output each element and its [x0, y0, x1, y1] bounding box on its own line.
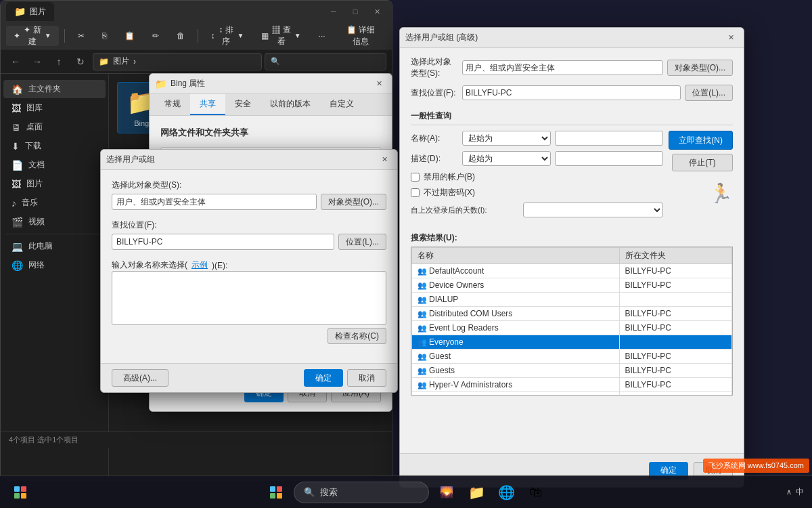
select-user-dialog: 选择用户或组 ✕ 选择此对象类型(S): 对象类型(O)... 查找位置(F):… [100, 149, 398, 393]
new-button[interactable]: ✦ ✦ 新建 ▼ [6, 26, 59, 46]
sidebar-item-videos[interactable]: 🎬 视频 [3, 213, 106, 231]
table-row[interactable]: 👥GuestBILLYFU-PC [412, 350, 732, 364]
select-user-title: 选择用户或组 [106, 154, 155, 165]
adv-desc-input[interactable] [555, 151, 663, 166]
address-path[interactable]: 📁 图片 › [93, 53, 262, 70]
videos-icon: 🎬 [12, 217, 23, 228]
cut-button[interactable]: ✂ [70, 26, 92, 46]
taskbar-search-icon: 🔍 [304, 487, 315, 497]
tab-previous[interactable]: 以前的版本 [261, 94, 320, 115]
close-button[interactable]: ✕ [367, 5, 386, 18]
check-name-button[interactable]: 检查名称(C) [328, 328, 386, 344]
taskbar-search[interactable]: 🔍 搜索 [294, 482, 429, 503]
table-row[interactable]: 👥DIALUP [412, 293, 732, 307]
location-button[interactable]: 位置(L)... [338, 234, 386, 250]
adv-location-input[interactable] [462, 85, 681, 100]
taskbar-start[interactable] [264, 480, 288, 505]
table-row[interactable]: 👥Everyone [412, 335, 732, 350]
sort-button[interactable]: ↕ ↕ 排序 ▼ [203, 26, 251, 46]
path-text: 图片 [113, 56, 129, 67]
result-name-cell: 👥Hyper-V Administrators [412, 378, 620, 392]
more-button[interactable]: ··· [311, 26, 333, 46]
example-link[interactable]: 示例 [191, 259, 208, 271]
find-now-button[interactable]: 立即查找(N) [669, 131, 733, 150]
rename-button[interactable]: ✏ [145, 26, 166, 46]
details-button[interactable]: 📋 详细信息 [336, 26, 386, 46]
sidebar-item-network-label: 网络 [28, 259, 45, 271]
tab-sharing[interactable]: 共享 [190, 94, 225, 115]
paste-button[interactable]: 📋 [117, 26, 142, 46]
adv-object-type-input[interactable] [462, 60, 663, 75]
bing-dialog-titlebar: 📁 Bing 属性 ✕ [150, 74, 392, 94]
advanced-button[interactable]: 高级(A)... [112, 369, 168, 387]
table-row[interactable]: 👥IIS_IUSRSBILLYFU-PC [412, 392, 732, 396]
sidebar-item-gallery[interactable]: 🖼 图库 [3, 99, 106, 117]
taskbar-explorer[interactable]: 📁 [464, 480, 489, 505]
adv-days-label: 自上次登录后的天数(I): [411, 205, 519, 215]
explorer-tab[interactable]: 📁 图片 [6, 2, 54, 21]
taskbar-edge[interactable]: 🌐 [494, 480, 518, 505]
address-search[interactable]: 🔍 [265, 53, 386, 70]
bing-dialog-close[interactable]: ✕ [371, 77, 386, 91]
adv-query-fields: 名称(A): 起始为 描述(D): 起始为 [411, 131, 663, 223]
taskbar-search-text: 搜索 [320, 486, 338, 499]
refresh-button[interactable]: ↻ [71, 52, 90, 71]
table-row[interactable]: 👥Hyper-V AdministratorsBILLYFU-PC [412, 378, 732, 392]
adv-name-input[interactable] [555, 131, 663, 146]
new-icon: ✦ [14, 31, 20, 41]
result-name-cell: 👥Distributed COM Users [412, 307, 620, 321]
result-name-cell: 👥IIS_IUSRS [412, 392, 620, 396]
adv-desc-filter[interactable]: 起始为 [462, 151, 551, 166]
object-type-input[interactable] [112, 194, 317, 210]
table-row[interactable]: 👥GuestsBILLYFU-PC [412, 364, 732, 378]
location-input[interactable] [112, 234, 334, 250]
adv-name-filter[interactable]: 起始为 [462, 131, 551, 146]
sidebar-item-pictures[interactable]: 🖼 图片 [3, 175, 106, 193]
maximize-button[interactable]: □ [346, 5, 365, 18]
taskbar-task-view[interactable]: 🌄 [434, 480, 459, 505]
stop-button[interactable]: 停止(T) [672, 154, 733, 171]
sidebar-item-home-label: 主文件夹 [28, 83, 61, 95]
no-expire-label: 不过期密码(X) [424, 187, 475, 198]
adv-location-button[interactable]: 位置(L)... [685, 85, 733, 101]
sidebar-item-downloads[interactable]: ⬇ 下载 [3, 137, 106, 155]
object-name-textarea[interactable] [112, 271, 386, 325]
adv-days-select[interactable] [523, 203, 663, 217]
tab-custom[interactable]: 自定义 [320, 94, 363, 115]
sidebar-item-network[interactable]: 🌐 网络 [3, 256, 106, 274]
results-scroll-area[interactable]: 名称 所在文件夹 👥DefaultAccountBILLYFU-PC👥Devic… [411, 247, 733, 396]
table-row[interactable]: 👥Event Log ReadersBILLYFU-PC [412, 321, 732, 335]
forward-button[interactable]: → [28, 52, 47, 71]
location-label: 查找位置(F): [112, 219, 386, 231]
select-user-cancel[interactable]: 取消 [347, 369, 386, 387]
up-button[interactable]: ↑ [49, 52, 68, 71]
delete-button[interactable]: 🗑 [169, 26, 192, 46]
table-row[interactable]: 👥DefaultAccountBILLYFU-PC [412, 264, 732, 278]
sidebar-item-documents[interactable]: 📄 文档 [3, 156, 106, 174]
sidebar-item-pc[interactable]: 💻 此电脑 [3, 237, 106, 255]
sidebar-item-home[interactable]: 🏠 主文件夹 [3, 80, 106, 98]
copy-button[interactable]: ⎘ [95, 26, 114, 46]
table-row[interactable]: 👥Distributed COM UsersBILLYFU-PC [412, 307, 732, 321]
back-button[interactable]: ← [6, 52, 25, 71]
adv-results-label: 搜索结果(U): [411, 232, 733, 244]
adv-object-type-button[interactable]: 对象类型(O)... [667, 60, 733, 76]
sidebar-item-music[interactable]: ♪ 音乐 [3, 194, 106, 212]
tab-general[interactable]: 常规 [155, 94, 190, 115]
select-user-close[interactable]: ✕ [377, 153, 392, 167]
tab-security[interactable]: 安全 [225, 94, 261, 115]
advanced-dialog-close[interactable]: ✕ [723, 31, 738, 45]
sidebar-item-desktop[interactable]: 🖥 桌面 [3, 118, 106, 136]
disabled-accounts-checkbox[interactable] [411, 173, 420, 182]
start-button[interactable] [8, 480, 32, 505]
select-user-ok[interactable]: 确定 [304, 369, 343, 387]
object-type-button[interactable]: 对象类型(O)... [321, 194, 386, 210]
file-name-bing: Bing [134, 119, 149, 127]
system-tray-lang: 中 [796, 486, 804, 498]
minimize-button[interactable]: ─ [324, 5, 343, 18]
taskbar-store[interactable]: 🛍 [524, 480, 548, 505]
view-button[interactable]: ▦ ▦ 查看 ▼ [254, 26, 308, 46]
table-row[interactable]: 👥Device OwnersBILLYFU-PC [412, 278, 732, 293]
no-expire-checkbox[interactable] [411, 188, 420, 197]
result-location-cell [619, 335, 731, 350]
